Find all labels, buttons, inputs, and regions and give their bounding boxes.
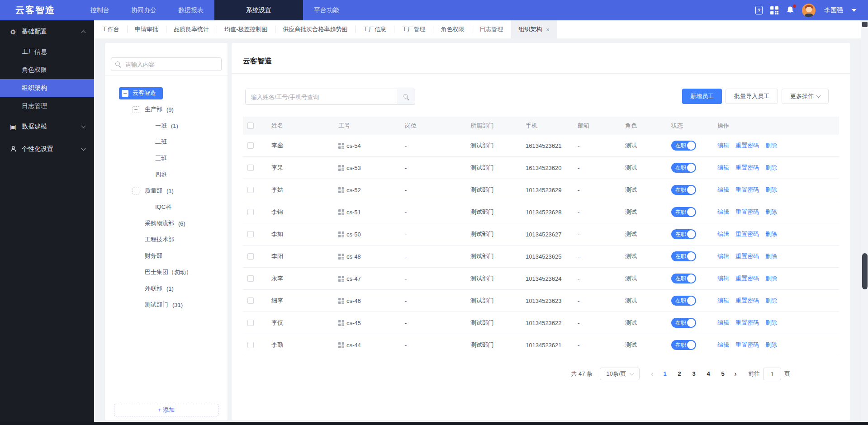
- tree-collapse-icon[interactable]: [122, 90, 128, 97]
- row-checkbox[interactable]: [247, 187, 254, 193]
- tree-node-13[interactable]: 外联部(1): [105, 280, 228, 297]
- help-icon[interactable]: ?: [755, 6, 763, 14]
- action-delete-link[interactable]: 删除: [765, 319, 777, 327]
- sidebar-group-1[interactable]: ⚙基础配置: [0, 20, 94, 43]
- action-delete-link[interactable]: 删除: [765, 142, 777, 150]
- page-size-select[interactable]: 10条/页: [600, 368, 640, 380]
- caret-down-icon[interactable]: [852, 9, 856, 12]
- action-reset-password-link[interactable]: 重置密码: [735, 142, 759, 150]
- qr-code-icon[interactable]: [338, 320, 344, 326]
- user-name[interactable]: 李国强: [824, 6, 843, 14]
- action-reset-password-link[interactable]: 重置密码: [735, 186, 759, 194]
- action-edit-link[interactable]: 编辑: [717, 186, 729, 194]
- row-checkbox[interactable]: [247, 298, 254, 304]
- status-switch[interactable]: 在职: [671, 318, 696, 328]
- tab-9[interactable]: 日志管理: [472, 20, 511, 38]
- row-checkbox[interactable]: [247, 165, 254, 171]
- action-delete-link[interactable]: 删除: [765, 297, 777, 305]
- scrollbar-up-arrow[interactable]: [862, 22, 868, 27]
- action-delete-link[interactable]: 删除: [765, 230, 777, 238]
- tree-search-box[interactable]: [111, 57, 222, 71]
- action-reset-password-link[interactable]: 重置密码: [735, 208, 759, 216]
- tree-collapse-icon[interactable]: [133, 106, 139, 113]
- sidebar-item-1-2[interactable]: 角色权限: [0, 61, 94, 79]
- status-switch[interactable]: 在职: [671, 185, 696, 195]
- tree-node-4[interactable]: 二班: [105, 134, 228, 150]
- status-switch[interactable]: 在职: [671, 274, 696, 283]
- tree-node-5[interactable]: 三班: [105, 150, 228, 166]
- tree-node-12[interactable]: 巴士集团（勿动）: [105, 264, 228, 280]
- action-reset-password-link[interactable]: 重置密码: [735, 164, 759, 172]
- tree-node-3[interactable]: 一班(1): [105, 118, 228, 134]
- row-checkbox[interactable]: [247, 275, 254, 282]
- action-edit-link[interactable]: 编辑: [717, 341, 729, 349]
- action-edit-link[interactable]: 编辑: [717, 230, 729, 238]
- qr-code-icon[interactable]: [338, 298, 344, 304]
- tree-node-11[interactable]: 财务部: [105, 248, 228, 264]
- row-checkbox[interactable]: [247, 231, 254, 237]
- nav-item-4[interactable]: 系统设置: [214, 0, 303, 20]
- tree-node-1[interactable]: 云客智造: [105, 85, 228, 101]
- tree-search-input[interactable]: [124, 61, 217, 68]
- qr-code-icon[interactable]: [338, 209, 344, 215]
- sidebar-item-1-1[interactable]: 工厂信息: [0, 43, 94, 61]
- action-edit-link[interactable]: 编辑: [717, 252, 729, 260]
- action-reset-password-link[interactable]: 重置密码: [735, 319, 759, 327]
- row-checkbox[interactable]: [247, 253, 254, 260]
- sidebar-item-1-3[interactable]: 组织架构: [0, 79, 94, 97]
- action-edit-link[interactable]: 编辑: [717, 297, 729, 305]
- page-number-2[interactable]: 2: [673, 368, 686, 380]
- tree-node-selected[interactable]: 云客智造: [119, 87, 163, 99]
- action-edit-link[interactable]: 编辑: [717, 208, 729, 216]
- tree-add-button[interactable]: + 添加: [114, 404, 218, 416]
- page-number-1[interactable]: 1: [659, 368, 671, 380]
- prev-page-button[interactable]: ‹: [647, 370, 658, 378]
- status-switch[interactable]: 在职: [671, 229, 696, 239]
- action-delete-link[interactable]: 删除: [765, 341, 777, 349]
- add-employee-button[interactable]: 新增员工: [682, 89, 722, 104]
- qr-code-icon[interactable]: [338, 187, 344, 193]
- bulk-import-button[interactable]: 批量导入员工: [726, 89, 778, 104]
- tab-6[interactable]: 工厂信息: [355, 20, 394, 38]
- bell-icon[interactable]: [786, 6, 794, 14]
- action-reset-password-link[interactable]: 重置密码: [735, 252, 759, 260]
- sidebar-group-2[interactable]: ▣数据建模: [0, 115, 94, 138]
- status-switch[interactable]: 在职: [671, 163, 696, 173]
- action-reset-password-link[interactable]: 重置密码: [735, 341, 759, 349]
- page-number-4[interactable]: 4: [702, 368, 715, 380]
- qrcode-icon[interactable]: [770, 6, 778, 14]
- action-delete-link[interactable]: 删除: [765, 208, 777, 216]
- nav-item-3[interactable]: 数据报表: [167, 0, 214, 20]
- action-edit-link[interactable]: 编辑: [717, 142, 729, 150]
- action-edit-link[interactable]: 编辑: [717, 274, 729, 283]
- tree-node-14[interactable]: 测试部门(31): [105, 297, 228, 313]
- action-delete-link[interactable]: 删除: [765, 164, 777, 172]
- sidebar-item-1-4[interactable]: 日志管理: [0, 97, 94, 115]
- select-all-checkbox[interactable]: [247, 123, 254, 129]
- nav-item-1[interactable]: 控制台: [80, 0, 120, 20]
- tab-4[interactable]: 均值-极差控制图: [217, 20, 275, 38]
- sidebar-group-3[interactable]: 个性化设置: [0, 138, 94, 161]
- page-number-3[interactable]: 3: [688, 368, 700, 380]
- tree-node-10[interactable]: 工程技术部: [105, 231, 228, 248]
- row-checkbox[interactable]: [247, 142, 254, 149]
- action-delete-link[interactable]: 删除: [765, 186, 777, 194]
- nav-item-5[interactable]: 平台功能: [303, 0, 350, 20]
- search-button[interactable]: [398, 89, 415, 104]
- row-checkbox[interactable]: [247, 320, 254, 326]
- action-reset-password-link[interactable]: 重置密码: [735, 297, 759, 305]
- qr-code-icon[interactable]: [338, 231, 344, 237]
- tab-2[interactable]: 申请审批: [127, 20, 166, 38]
- tab-3[interactable]: 品质良率统计: [166, 20, 217, 38]
- vertical-scrollbar[interactable]: [861, 20, 868, 422]
- page-number-5[interactable]: 5: [716, 368, 729, 380]
- tab-8[interactable]: 角色权限: [433, 20, 472, 38]
- qr-code-icon[interactable]: [338, 276, 344, 282]
- qr-code-icon[interactable]: [338, 165, 344, 171]
- action-reset-password-link[interactable]: 重置密码: [735, 230, 759, 238]
- qr-code-icon[interactable]: [338, 342, 344, 348]
- action-edit-link[interactable]: 编辑: [717, 319, 729, 327]
- status-switch[interactable]: 在职: [671, 141, 696, 151]
- qr-code-icon[interactable]: [338, 143, 344, 149]
- scrollbar-thumb[interactable]: [862, 253, 868, 289]
